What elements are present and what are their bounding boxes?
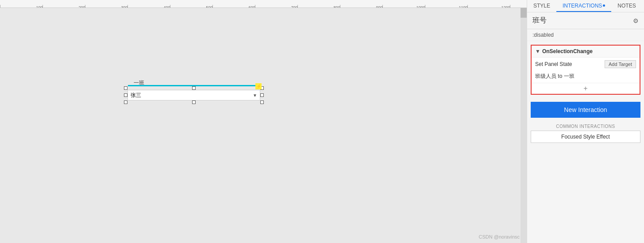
lightning-badge: ⚡ — [255, 83, 262, 89]
handle-br[interactable] — [260, 100, 264, 104]
handle-bl[interactable] — [124, 100, 127, 104]
ruler-mark: 0 — [0, 5, 0, 8]
handle-bm[interactable] — [192, 100, 196, 104]
add-target-button[interactable]: Add Target — [605, 60, 636, 68]
panel-header: 班号 ⚙ — [527, 12, 644, 29]
add-action-button[interactable]: + — [583, 85, 587, 92]
interaction-block: ▼ OnSelectionChange Set Panel State Add … — [531, 45, 640, 95]
widget-selected[interactable]: ⚡ 张三 ▼ — [127, 90, 260, 100]
ruler-top: 0100200300400500600700800900100011001200 — [0, 0, 527, 8]
ruler-mark: 500 — [212, 5, 213, 8]
interactions-dot — [603, 4, 605, 7]
ruler-mark: 700 — [297, 5, 298, 8]
ruler-mark: 300 — [127, 5, 128, 8]
ruler-mark: 900 — [382, 5, 383, 8]
ruler-mark: 1000 — [425, 5, 425, 8]
focused-style-effect-button[interactable]: Focused Style Effect — [531, 131, 640, 143]
interaction-action-row: Set Panel State Add Target — [532, 58, 640, 71]
action-label: Set Panel State — [535, 61, 572, 67]
event-name: OnSelectionChange — [542, 48, 593, 54]
panel-subinfo: :disabled — [527, 29, 644, 41]
tab-notes[interactable]: NOTES — [611, 0, 642, 12]
handle-tm[interactable] — [192, 86, 196, 90]
handle-tl[interactable] — [124, 86, 127, 90]
combo-value: 张三 — [131, 92, 141, 99]
interaction-block-header: ▼ OnSelectionChange — [532, 46, 640, 58]
collapse-arrow-icon[interactable]: ▼ — [535, 48, 540, 54]
new-interaction-button[interactable]: New Interaction — [531, 102, 640, 118]
canvas-content: 一班 ⚡ 张三 ▼ — [0, 8, 521, 243]
panel-tabs: STYLE INTERACTIONS NOTES — [527, 0, 644, 12]
interaction-description: 班级人员 to 一班 — [532, 71, 640, 83]
combo-widget[interactable]: ⚡ 张三 ▼ — [127, 90, 260, 100]
handle-mr[interactable] — [260, 93, 264, 97]
watermark: CSDN @noravinsc — [479, 234, 520, 239]
combo-top-bar — [128, 85, 260, 86]
right-panel: STYLE INTERACTIONS NOTES 班号 ⚙ :disabled … — [527, 0, 644, 243]
tab-style[interactable]: STYLE — [527, 0, 556, 12]
ruler-mark: 1200 — [510, 5, 510, 8]
ruler-mark: 800 — [340, 5, 340, 8]
settings-icon[interactable]: ⚙ — [633, 17, 639, 24]
app-container: 0100200300400500600700800900100011001200… — [0, 0, 644, 243]
combo-arrow-icon: ▼ — [253, 93, 257, 98]
interaction-add-row: + — [532, 83, 640, 94]
handle-ml[interactable] — [124, 93, 127, 97]
scrollbar[interactable] — [521, 0, 527, 243]
canvas-area: 0100200300400500600700800900100011001200… — [0, 0, 527, 243]
ruler-mark: 1100 — [467, 5, 468, 8]
panel-title: 班号 — [532, 16, 547, 25]
tab-interactions[interactable]: INTERACTIONS — [556, 0, 611, 12]
ruler-mark: 200 — [85, 5, 85, 8]
common-interactions-header: COMMON INTERACTIONS — [527, 121, 644, 131]
ruler-mark: 600 — [255, 5, 255, 8]
ruler-mark: 100 — [42, 5, 43, 8]
ruler-mark: 400 — [170, 5, 170, 8]
